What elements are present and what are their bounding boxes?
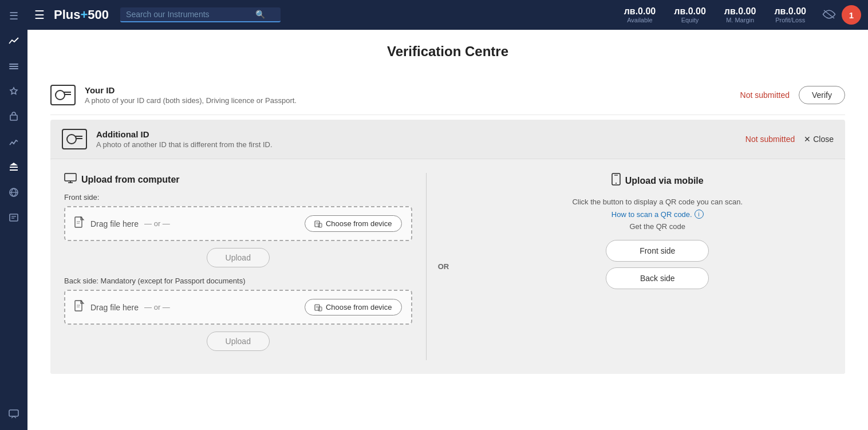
stat-equity-value: лв.0.00	[674, 6, 706, 17]
stat-available-value: лв.0.00	[624, 6, 656, 17]
get-qr-text: Get the QR code	[629, 222, 685, 231]
upload-section: Upload from computer Front side: Drag fi…	[50, 159, 845, 374]
or-divider: OR	[427, 262, 461, 271]
mobile-icon	[611, 173, 621, 188]
svg-rect-5	[10, 169, 18, 171]
choose-from-device-back[interactable]: Choose from device	[305, 299, 402, 315]
or-text-front: — or —	[144, 219, 170, 228]
qr-link-text: How to scan a QR code.	[611, 210, 692, 219]
additional-id-status: Not submitted	[745, 135, 795, 144]
your-id-info: Your ID A photo of your ID card (both si…	[85, 85, 740, 105]
sidebar-menu[interactable]: ☰	[3, 6, 24, 26]
topbar: ☰ Plus+500 🔍 лв.0.00 Available лв.0.00 E…	[27, 0, 868, 30]
stat-available-label: Available	[627, 17, 652, 23]
upload-columns: Upload from computer Front side: Drag fi…	[64, 173, 831, 360]
file-icon	[74, 216, 85, 231]
svg-rect-1	[9, 66, 18, 67]
header-actions: 1	[822, 5, 861, 25]
search-icon: 🔍	[255, 10, 265, 19]
page-title: Verification Centre	[50, 44, 845, 60]
sidebar-analytics[interactable]	[3, 132, 24, 152]
your-id-icon	[50, 85, 76, 105]
stat-equity-label: Equity	[681, 17, 699, 23]
additional-id-title: Additional ID	[96, 129, 745, 139]
mobile-description: Click the button to display a QR code yo…	[572, 198, 743, 206]
upload-mobile-title: Upload via mobile	[611, 173, 704, 188]
back-drop-left: Drag file here — or —	[74, 300, 170, 314]
your-id-description: A photo of your ID card (both sides), Dr…	[85, 96, 740, 105]
hide-balances-icon[interactable]	[822, 9, 836, 22]
sidebar-education[interactable]	[3, 207, 24, 228]
upload-front-button[interactable]: Upload	[207, 248, 270, 267]
content-area: Verification Centre Your ID A photo of y…	[27, 30, 868, 430]
upload-back-button[interactable]: Upload	[207, 332, 270, 351]
choose-from-device-front[interactable]: Choose from device	[305, 215, 402, 232]
stat-margin-value: лв.0.00	[724, 6, 756, 17]
monitor-icon	[64, 173, 77, 186]
search-input[interactable]	[126, 10, 252, 19]
additional-id-info: Additional ID A photo of another ID that…	[96, 129, 745, 149]
front-drop-zone[interactable]: Drag file here — or — Choose from device	[64, 206, 412, 241]
svg-point-32	[616, 183, 617, 184]
your-id-row: Your ID A photo of your ID card (both si…	[50, 76, 845, 115]
back-side-label: Back side: Mandatory (except for Passpor…	[64, 277, 412, 285]
verify-button[interactable]: Verify	[799, 86, 845, 104]
upload-mobile-label: Upload via mobile	[625, 176, 704, 186]
sidebar-chart[interactable]	[3, 31, 24, 52]
svg-rect-14	[65, 173, 76, 181]
stats-area: лв.0.00 Available лв.0.00 Equity лв.0.00…	[624, 6, 806, 23]
additional-id-row: Additional ID A photo of another ID that…	[50, 120, 845, 159]
logo: Plus+500	[54, 7, 109, 22]
svg-rect-4	[10, 167, 18, 168]
upload-computer-label: Upload from computer	[81, 175, 180, 185]
close-x-icon: ✕	[804, 135, 811, 144]
upload-mobile-section: Upload via mobile Click the button to di…	[461, 173, 832, 360]
additional-id-panel: Additional ID A photo of another ID that…	[50, 120, 845, 374]
stat-available: лв.0.00 Available	[624, 6, 656, 23]
your-id-status: Not submitted	[740, 90, 790, 100]
sidebar: ☰	[0, 0, 27, 430]
stat-profit-label: Profit/Loss	[775, 17, 805, 23]
your-id-title: Your ID	[85, 85, 740, 95]
upload-computer-section: Upload from computer Front side: Drag fi…	[64, 173, 427, 360]
front-side-label: Front side:	[64, 193, 412, 202]
sidebar-news[interactable]	[3, 182, 24, 203]
stat-equity: лв.0.00 Equity	[674, 6, 706, 23]
choose-from-device-back-label: Choose from device	[326, 303, 392, 311]
drag-file-text: Drag file here	[90, 219, 139, 228]
close-label: Close	[813, 135, 834, 144]
file-icon-back	[74, 300, 85, 314]
additional-id-description: A photo of another ID that is different …	[96, 140, 745, 149]
sidebar-bank[interactable]	[3, 157, 24, 177]
sidebar-portfolio[interactable]	[3, 106, 24, 127]
back-side-mobile-button[interactable]: Back side	[606, 267, 709, 289]
qr-link[interactable]: How to scan a QR code. i	[611, 210, 704, 219]
front-drop-left: Drag file here — or —	[74, 216, 170, 231]
front-side-mobile-button[interactable]: Front side	[606, 240, 709, 262]
sidebar-watchlist[interactable]	[3, 81, 24, 102]
main-area: ☰ Plus+500 🔍 лв.0.00 Available лв.0.00 E…	[27, 0, 868, 430]
choose-from-device-front-label: Choose from device	[326, 219, 392, 228]
close-button[interactable]: ✕ Close	[804, 135, 834, 144]
stat-margin-label: M. Margin	[726, 17, 754, 23]
svg-rect-12	[9, 410, 18, 416]
back-drop-zone[interactable]: Drag file here — or — Choose from device	[64, 290, 412, 325]
search-bar-container: 🔍	[120, 7, 281, 22]
sidebar-chat[interactable]	[3, 404, 24, 424]
svg-marker-6	[10, 163, 18, 165]
svg-rect-0	[9, 64, 18, 65]
hamburger-menu[interactable]: ☰	[34, 8, 45, 22]
user-avatar[interactable]: 1	[842, 5, 861, 25]
or-text-back: — or —	[144, 303, 170, 311]
page-content: Verification Centre Your ID A photo of y…	[27, 30, 868, 388]
sidebar-trades[interactable]	[3, 56, 24, 77]
svg-rect-2	[9, 68, 18, 69]
svg-rect-9	[10, 214, 18, 221]
additional-id-icon	[62, 129, 87, 149]
info-icon: i	[695, 210, 704, 219]
stat-profit: лв.0.00 Profit/Loss	[774, 6, 806, 23]
drag-file-text-back: Drag file here	[90, 303, 139, 312]
stat-profit-value: лв.0.00	[774, 6, 806, 17]
svg-rect-3	[10, 115, 17, 120]
upload-computer-title: Upload from computer	[64, 173, 412, 186]
